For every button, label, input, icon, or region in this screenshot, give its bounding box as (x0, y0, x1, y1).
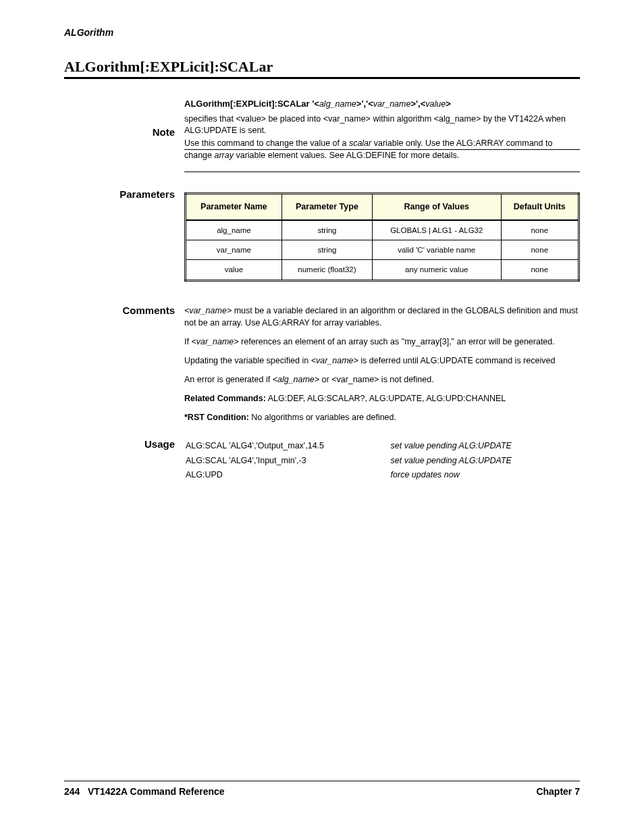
note-text: Use this command to change the value of … (184, 126, 580, 172)
footer-left: VT1422A Command Reference (88, 786, 225, 797)
command-title: ALGorithm[:EXPLicit]:SCALar (64, 58, 580, 77)
syntax-p2: var_name (373, 99, 411, 109)
footer-rule (64, 781, 580, 781)
table-row: var_name string valid 'C' variable name … (186, 240, 579, 260)
parameters-label: Parameters (64, 188, 184, 298)
syntax-p1: alg_name (319, 99, 356, 109)
table-row: alg_name string GLOBALS | ALG1 - ALG32 n… (186, 220, 579, 240)
comment-line: An error is generated if <alg_name> or <… (184, 373, 580, 386)
footer-right: Chapter 7 (536, 786, 580, 797)
comment-line: Updating the variable specified in <var_… (184, 355, 580, 367)
syntax-p3: value (425, 99, 446, 109)
usage-label: Usage (64, 438, 184, 484)
usage-row: ALG:SCAL 'ALG4','Input_min',-3 set value… (186, 454, 579, 468)
title-rule (64, 77, 580, 79)
comment-line: If <var_name> references an element of a… (184, 336, 580, 348)
comment-line: <var_name> must be a variable declared i… (184, 305, 580, 329)
table-row: value numeric (float32) any numeric valu… (186, 260, 579, 280)
comment-line: Related Commands: ALG:DEF, ALG:SCALAR?, … (184, 392, 580, 405)
comment-line: *RST Condition: No algorithms or variabl… (184, 411, 580, 423)
usage-row: ALG:UPD force updates now (186, 469, 579, 482)
syntax-cmd: ALGorithm[:EXPLicit]:SCALar '< (184, 99, 319, 109)
comments-label: Comments (64, 305, 184, 431)
page-number: 244 (64, 786, 80, 797)
usage-table: ALG:SCAL 'ALG4','Output_max',14.5 set va… (184, 438, 580, 484)
th-units: Default Units (501, 193, 579, 220)
th-name: Parameter Name (186, 193, 282, 220)
note-label: Note (64, 126, 184, 172)
comments-body: <var_name> must be a variable declared i… (184, 305, 580, 431)
th-type: Parameter Type (281, 193, 372, 220)
usage-row: ALG:SCAL 'ALG4','Output_max',14.5 set va… (186, 440, 579, 453)
syntax-sep2: >',< (410, 99, 425, 109)
th-range: Range of Values (373, 193, 501, 220)
syntax-sep1: >','< (356, 99, 373, 109)
page-footer: 244 VT1422A Command Reference Chapter 7 (64, 786, 580, 797)
section-header: ALGorithm (64, 27, 580, 38)
parameters-table: Parameter Name Parameter Type Range of V… (184, 192, 580, 282)
syntax-sep3: > (446, 99, 451, 109)
